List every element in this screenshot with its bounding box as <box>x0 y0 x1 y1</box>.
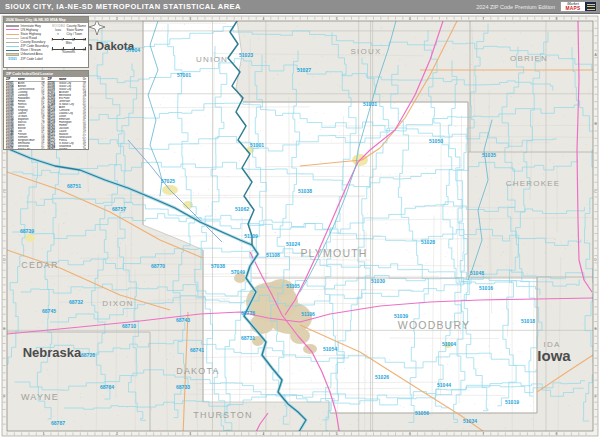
zip-label: 51050 <box>429 138 443 144</box>
county-label: IDA <box>544 340 561 349</box>
grid-col-label: 2 <box>116 17 118 21</box>
logo-wordmark: Market MAPS <box>561 2 585 11</box>
grid-col-label: 8 <box>555 17 557 21</box>
grid-col-label: 1 <box>43 432 45 436</box>
zip-label: 68784 <box>100 384 114 390</box>
zip-label: 51030 <box>371 278 385 284</box>
county-label: CHEROKEE <box>506 179 561 188</box>
map-content: South DakotaNebraskaIowaUNIONSIOUXOBRIEN… <box>0 19 596 436</box>
zip-label: 68739 <box>20 228 34 234</box>
county-label: OBRIEN <box>510 54 548 63</box>
legend-swatch <box>6 34 19 35</box>
zip-label: 51062 <box>235 206 249 212</box>
zip-label: 51105 <box>286 283 300 289</box>
county-label: CEDAR <box>21 260 59 270</box>
zip-label: 68770 <box>151 263 165 269</box>
grid-col-label: 7 <box>482 17 484 21</box>
zip-label: 51034 <box>463 418 477 424</box>
grid-col-label: 7 <box>482 432 484 436</box>
zip-label: 57049 <box>231 269 245 275</box>
legend-swatch <box>6 42 19 43</box>
grid-row-label: F <box>595 395 597 399</box>
legend-extras: WOODBURYCounty NameIowaState Name✦City /… <box>52 24 87 61</box>
zip-label: 57038 <box>211 263 225 269</box>
zip-label: 51026 <box>375 374 389 380</box>
county-label: PLYMOUTH <box>300 247 367 259</box>
legend-extra-item: ✦City / Town <box>52 32 87 36</box>
index-column: ZIPNameGr51001Akron4B51004Anthon7E51016C… <box>6 78 45 150</box>
legend-swatch <box>6 50 19 51</box>
zip-label: 51108 <box>266 252 280 258</box>
county-label: UNION <box>196 55 228 64</box>
zip-label: 57001 <box>177 72 191 78</box>
zip-index-panel: ZIP Code Index/Grid Locator ZIPNameGr510… <box>3 70 89 150</box>
legend-panel: 2024 Sioux City, IA-NE-SD MSA Map Inters… <box>3 16 89 68</box>
legend-swatch <box>6 25 19 27</box>
legend-items: Interstate HwyUS HighwayState HighwayLoc… <box>6 24 49 61</box>
zip-label: 51106 <box>301 311 315 317</box>
county-label: WAYNE <box>21 392 59 402</box>
zip-index-table: ZIPNameGr51001Akron4B51004Anthon7E51016C… <box>4 77 88 150</box>
index-row: 68787Wayne1F <box>48 148 87 150</box>
grid-col-label: 3 <box>189 17 191 21</box>
zip-label: 51054 <box>323 346 337 352</box>
zip-label: 68710 <box>122 323 136 329</box>
county-label: DIXON <box>102 299 133 308</box>
legend-swatch <box>6 46 19 47</box>
zip-label: 51028 <box>421 239 435 245</box>
scale-bar: 051015Kilometers <box>52 47 87 55</box>
zip-label: 68745 <box>42 308 56 314</box>
zip-label: 51019 <box>505 399 519 405</box>
zip-label: 68757 <box>112 206 126 212</box>
zip-label: 51039 <box>394 313 408 319</box>
zip-label: 51001 <box>250 142 264 148</box>
grid-col-label: 6 <box>409 432 411 436</box>
zip-label: 51023 <box>239 52 253 58</box>
grid-col-label: 5 <box>336 17 338 21</box>
logo-contact-block <box>585 2 596 11</box>
grid-row-label: F <box>3 395 5 399</box>
county-label: WOODBURY <box>398 319 470 331</box>
zip-label: 51016 <box>479 285 493 291</box>
legend-swatch <box>6 53 19 56</box>
state-label: Nebraska <box>23 345 82 360</box>
zip-label: 68731 <box>241 335 255 341</box>
grid-col-label: 2 <box>116 432 118 436</box>
zip-label: 51018 <box>521 318 535 324</box>
zip-label: 68787 <box>51 420 65 426</box>
scale-bar: 051015Miles <box>52 38 87 46</box>
grid-col-label: 5 <box>336 432 338 436</box>
zip-label: 68743 <box>176 317 190 323</box>
zip-label: 51004 <box>442 341 456 347</box>
marketmaps-logo: Market MAPS <box>560 1 597 12</box>
map-title: SIOUX CITY, IA-NE-SD METROPOLITAN STATIS… <box>0 2 476 11</box>
zip-label: 68728 <box>81 352 95 358</box>
grid-col-label: 4 <box>262 17 264 21</box>
zip-label: 51024 <box>286 241 300 247</box>
legend-swatch: 51101 <box>6 57 19 61</box>
county-label: DAKOTA <box>176 366 220 376</box>
county-label: THURSTON <box>193 410 252 420</box>
index-row: 51105Sioux City4D <box>6 148 45 150</box>
legend-swatch <box>6 29 19 30</box>
grid-col-label: 4 <box>262 432 264 436</box>
zip-label: 51056 <box>415 410 429 416</box>
zip-label: 51109 <box>244 233 258 239</box>
zip-label: 51027 <box>297 67 311 73</box>
grid-col-label: 8 <box>555 432 557 436</box>
title-bar: SIOUX CITY, IA-NE-SD METROPOLITAN STATIS… <box>0 0 600 14</box>
grid-col-label: 3 <box>189 432 191 436</box>
zip-label: 51038 <box>298 188 312 194</box>
legend-swatch <box>6 38 19 39</box>
zip-label: 51035 <box>482 152 496 158</box>
edition-label: 2024 ZIP Code Premium Edition <box>476 4 555 10</box>
map-canvas[interactable]: South DakotaNebraskaIowaUNIONSIOUXOBRIEN… <box>0 0 600 438</box>
zip-label: 68732 <box>69 299 83 305</box>
zip-label: 68733 <box>176 384 190 390</box>
zip-label: 51031 <box>363 101 377 107</box>
legend-item-label: ZIP Code Label <box>21 57 43 61</box>
zip-label: 57025 <box>161 178 175 184</box>
zip-label: 68741 <box>190 347 204 353</box>
zip-label: 68776 <box>241 310 255 316</box>
index-column: ZIPNameGr51106Sioux City5E51108Sioux Cit… <box>48 78 87 150</box>
